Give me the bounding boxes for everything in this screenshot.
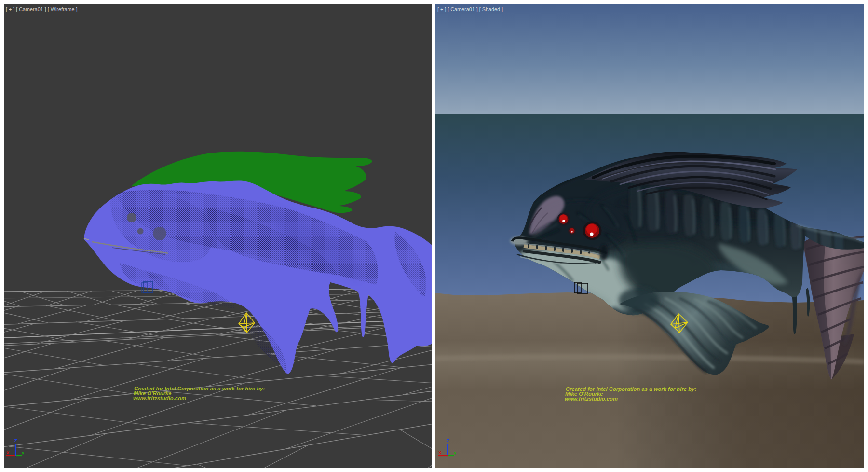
svg-text:www.fritzstudio.com: www.fritzstudio.com xyxy=(565,396,618,402)
svg-text:y: y xyxy=(22,450,25,455)
svg-text:X: X xyxy=(438,450,442,455)
svg-text:[ + ] [ Camera01 ] [ Wireframe: [ + ] [ Camera01 ] [ Wireframe ] xyxy=(6,6,78,12)
svg-text:X: X xyxy=(6,450,10,455)
svg-text:Z: Z xyxy=(447,438,449,443)
svg-text:Z: Z xyxy=(14,438,17,443)
svg-text:www.fritzstudio.com: www.fritzstudio.com xyxy=(133,395,186,401)
svg-text:[ + ] [ Camera01 ] [ Shaded ]: [ + ] [ Camera01 ] [ Shaded ] xyxy=(437,6,503,12)
svg-text:y: y xyxy=(454,450,457,455)
